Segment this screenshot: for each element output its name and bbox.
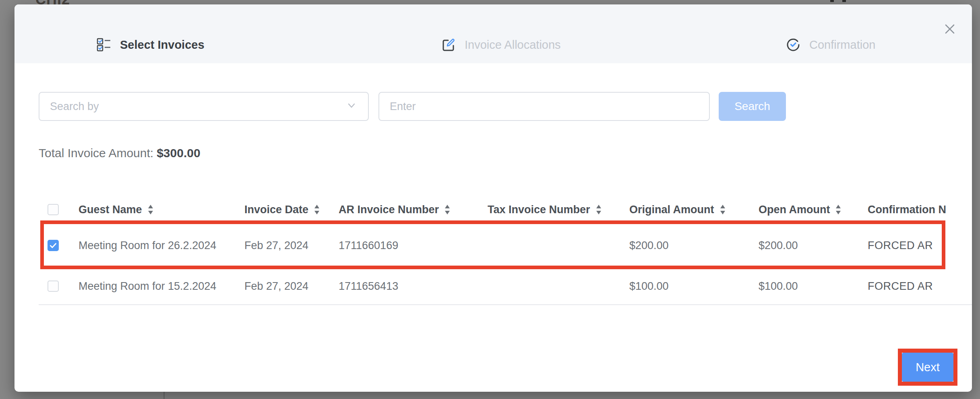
invoice-date-cell: Feb 27, 2024 [244,280,339,293]
sort-icon[interactable] [148,204,153,215]
invoices-table: Guest Name Invoice Date [39,196,972,305]
column-header-confirmation[interactable]: Confirmation N [868,204,972,216]
column-header-invoice-date[interactable]: Invoice Date [244,204,339,216]
search-by-placeholder: Search by [50,100,99,113]
table-row[interactable]: Meeting Room for 26.2.2024 Feb 27, 2024 … [39,223,972,268]
step-select-invoices[interactable]: Select Invoices [97,33,205,56]
original-amount-cell: $200.00 [629,239,759,252]
step-label: Select Invoices [120,38,205,52]
step-invoice-allocations[interactable]: Invoice Allocations [441,33,561,56]
background-artifact [842,0,846,2]
sort-icon[interactable] [835,204,841,215]
column-header-original-amount[interactable]: Original Amount [629,204,759,216]
column-header-open-amount[interactable]: Open Amount [759,204,868,216]
chevron-down-icon [345,100,358,113]
select-all-checkbox[interactable] [48,204,59,215]
background-artifact [830,0,834,2]
total-invoice-amount-value: $300.00 [157,146,200,160]
step-label: Confirmation [809,38,875,52]
close-icon[interactable] [943,22,957,36]
open-amount-cell: $100.00 [759,280,868,293]
column-header-ar-invoice-number[interactable]: AR Invoice Number [339,204,488,216]
check-circle-icon [786,37,800,52]
sort-icon[interactable] [596,204,602,215]
wizard-step-bar: Select Invoices Invoice Allocations Conf… [14,4,972,63]
edit-square-icon [441,37,456,52]
guest-name-cell: Meeting Room for 26.2.2024 [79,239,244,252]
row-checkbox[interactable] [48,281,59,292]
column-header-guest-name[interactable]: Guest Name [79,204,244,216]
column-header-tax-invoice-number[interactable]: Tax Invoice Number [488,204,629,216]
confirmation-cell: FORCED AR [868,239,972,252]
total-invoice-amount: Total Invoice Amount:$300.00 [39,146,201,160]
original-amount-cell: $100.00 [629,280,759,293]
row-checkbox[interactable] [48,240,59,251]
open-amount-cell: $200.00 [759,239,868,252]
background-divider [163,392,165,399]
sort-icon[interactable] [314,204,320,215]
search-value-input[interactable] [378,92,710,121]
sort-icon[interactable] [445,204,450,215]
next-button[interactable]: Next [902,353,953,382]
invoice-date-cell: Feb 27, 2024 [244,239,339,252]
ar-invoice-number-cell: 1711660169 [339,239,488,252]
checklist-icon [97,37,111,52]
sort-icon[interactable] [720,204,726,215]
table-header-row: Guest Name Invoice Date [39,196,972,223]
guest-name-cell: Meeting Room for 15.2.2024 [79,280,244,293]
select-invoices-dialog: Select Invoices Invoice Allocations Conf… [14,4,972,392]
step-label: Invoice Allocations [465,38,561,52]
ar-invoice-number-cell: 1711656413 [339,280,488,293]
total-invoice-amount-label: Total Invoice Amount: [39,146,153,160]
table-row[interactable]: Meeting Room for 15.2.2024 Feb 27, 2024 … [39,268,972,305]
search-by-dropdown[interactable]: Search by [39,92,369,121]
search-button[interactable]: Search [719,92,786,121]
confirmation-cell: FORCED AR [868,280,972,293]
step-confirmation[interactable]: Confirmation [786,33,875,56]
